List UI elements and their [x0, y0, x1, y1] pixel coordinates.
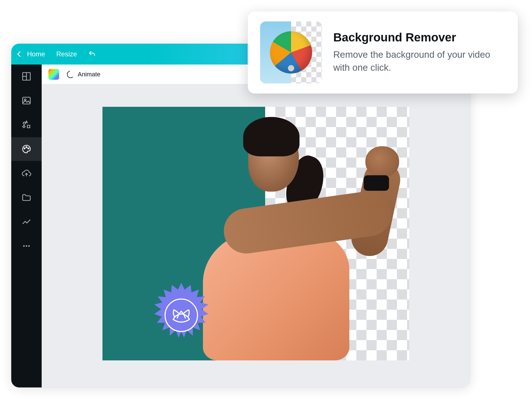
sidebar-styles[interactable]	[11, 137, 42, 161]
svg-point-11	[28, 245, 30, 247]
tooltip-description: Remove the background of your video with…	[333, 48, 506, 74]
design-canvas[interactable]	[102, 107, 409, 360]
starburst-icon	[147, 281, 215, 349]
canvas-area[interactable]	[42, 84, 470, 387]
color-picker-button[interactable]	[48, 69, 59, 80]
svg-point-10	[26, 245, 27, 247]
chart-line-icon	[21, 217, 32, 227]
chevron-left-icon	[17, 51, 23, 57]
tool-sidebar	[11, 65, 42, 387]
animate-label: Animate	[78, 71, 100, 78]
undo-icon	[88, 50, 96, 58]
elements-icon	[21, 120, 32, 130]
photo-icon	[21, 96, 32, 106]
svg-point-6	[24, 148, 25, 149]
sidebar-elements[interactable]	[21, 120, 32, 130]
animate-icon	[67, 71, 74, 78]
bg-remover-tooltip: Background Remover Remove the background…	[248, 11, 518, 94]
tooltip-title: Background Remover	[333, 31, 506, 44]
svg-point-7	[26, 147, 27, 148]
svg-point-5	[23, 122, 26, 124]
tooltip-text: Background Remover Remove the background…	[333, 31, 506, 74]
lotus-badge-sticker[interactable]	[147, 281, 215, 349]
svg-marker-12	[154, 283, 208, 338]
back-home-button[interactable]: Home	[18, 50, 45, 58]
main-panel: Animate	[42, 65, 470, 387]
subject-hair-front	[243, 117, 299, 156]
resize-button[interactable]: Resize	[56, 50, 77, 58]
sidebar-photos[interactable]	[21, 96, 32, 106]
home-label: Home	[27, 50, 45, 58]
svg-point-9	[23, 245, 24, 247]
subject-watch	[364, 175, 389, 191]
animate-button[interactable]: Animate	[67, 71, 100, 78]
editor-window: Home Resize	[11, 44, 470, 387]
cloud-upload-icon	[21, 168, 32, 178]
sidebar-templates[interactable]	[21, 71, 32, 81]
beachball-icon	[270, 31, 312, 74]
svg-rect-3	[23, 97, 30, 104]
more-icon	[21, 241, 32, 251]
sidebar-uploads[interactable]	[21, 168, 32, 178]
templates-icon	[21, 71, 32, 81]
sidebar-more[interactable]	[21, 241, 32, 251]
subject-fist	[365, 146, 399, 177]
undo-button[interactable]	[88, 50, 96, 58]
body-area: Animate	[11, 65, 470, 387]
sidebar-charts[interactable]	[21, 217, 32, 227]
tooltip-thumbnail	[260, 21, 322, 83]
sidebar-folders[interactable]	[21, 192, 32, 203]
subject-torso	[203, 231, 349, 360]
svg-point-8	[28, 148, 29, 149]
palette-icon	[21, 144, 32, 154]
folder-icon	[21, 192, 32, 203]
